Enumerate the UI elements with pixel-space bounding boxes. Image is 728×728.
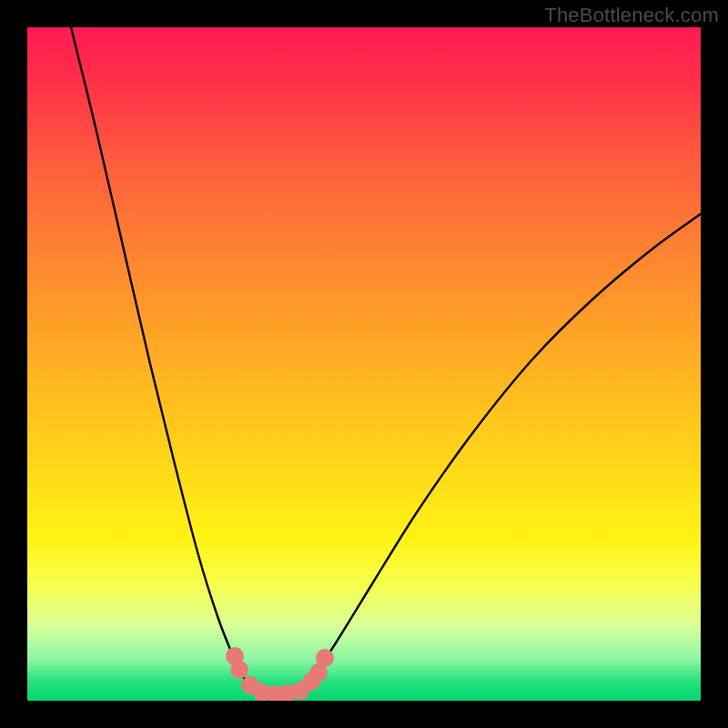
curve-layer: [27, 27, 701, 701]
curve-path: [71, 27, 701, 692]
plot-area: [27, 27, 701, 701]
watermark-text: TheBottleneck.com: [544, 4, 719, 27]
marker-dot: [230, 661, 248, 679]
marker-group: [226, 647, 334, 701]
marker-dot: [316, 649, 334, 667]
chart-frame: TheBottleneck.com: [0, 0, 728, 728]
